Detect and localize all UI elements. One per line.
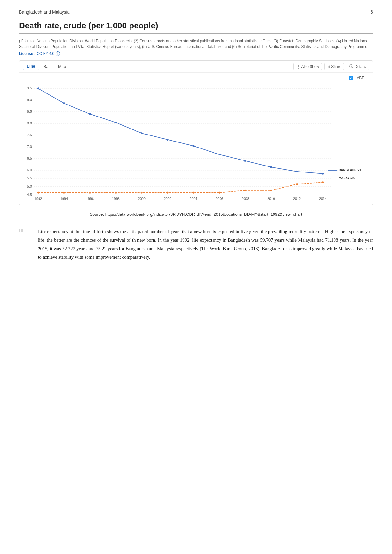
svg-point-23	[63, 102, 65, 104]
svg-point-30	[244, 160, 246, 162]
roman-numeral: III.	[19, 227, 35, 262]
svg-text:2006: 2006	[215, 197, 223, 201]
svg-text:9.5: 9.5	[27, 86, 32, 90]
svg-point-43	[270, 190, 272, 191]
label-toggle-row: LABEL	[22, 76, 370, 80]
svg-point-38	[141, 192, 143, 194]
bangladesh-line	[38, 88, 323, 174]
page-header: Bangladesh and Malaysia 6	[19, 9, 373, 15]
svg-text:2012: 2012	[293, 197, 301, 201]
label-checkbox[interactable]	[349, 76, 353, 80]
details-icon: ⓘ	[349, 64, 353, 69]
svg-text:5.0: 5.0	[27, 184, 32, 188]
svg-rect-58	[328, 170, 337, 171]
page-number: 6	[371, 9, 373, 15]
source-text: Source: https://data.worldbank.org/indic…	[19, 211, 373, 218]
page-doc-title: Bangladesh and Malaysia	[19, 9, 69, 15]
svg-point-32	[296, 171, 298, 172]
svg-point-41	[218, 192, 220, 194]
malaysia-line	[38, 182, 323, 193]
label-toggle-text: LABEL	[355, 76, 366, 80]
share-label: Share	[331, 64, 341, 69]
body-text: Life expectancy at the time of birth sho…	[38, 227, 373, 262]
svg-point-27	[167, 139, 169, 141]
svg-point-39	[167, 192, 169, 194]
tab-map[interactable]: Map	[54, 63, 70, 70]
svg-point-35	[63, 192, 65, 194]
svg-text:2002: 2002	[164, 197, 171, 201]
svg-point-36	[89, 192, 91, 194]
svg-text:8.5: 8.5	[27, 110, 32, 113]
svg-text:8.0: 8.0	[27, 121, 32, 125]
svg-text:BANGLADESH: BANGLADESH	[339, 168, 361, 172]
body-paragraph: III. Life expectancy at the time of birt…	[19, 227, 373, 262]
share-button[interactable]: ◁ Share	[324, 63, 344, 70]
footnote-text: (1) United Nations Population Division. …	[19, 38, 373, 50]
svg-point-34	[37, 192, 39, 194]
svg-point-26	[141, 132, 143, 134]
license-label: License	[19, 51, 33, 56]
section-title: Death rate, crude (per 1,000 people)	[19, 21, 373, 34]
chart-toolbar: Line Bar Map ⋮ Also Show ◁ Share ⓘ Detai…	[19, 61, 373, 73]
svg-text:2008: 2008	[241, 197, 249, 201]
svg-point-25	[115, 122, 117, 123]
svg-point-28	[193, 145, 195, 147]
svg-text:2014: 2014	[319, 197, 327, 201]
svg-point-31	[270, 166, 272, 168]
svg-point-40	[193, 192, 195, 194]
details-label: Details	[354, 64, 366, 69]
svg-text:1992: 1992	[34, 197, 42, 201]
license-separator: :	[34, 51, 35, 56]
svg-point-22	[37, 87, 39, 89]
svg-point-42	[244, 190, 246, 191]
svg-text:MALAYSIA: MALAYSIA	[339, 176, 355, 180]
svg-point-29	[218, 154, 220, 155]
svg-text:9.0: 9.0	[27, 98, 32, 102]
svg-point-24	[89, 113, 91, 115]
svg-text:7.5: 7.5	[27, 133, 32, 137]
svg-text:6.5: 6.5	[27, 156, 32, 160]
also-show-button[interactable]: ⋮ Also Show	[293, 63, 322, 70]
svg-point-45	[322, 181, 324, 183]
svg-text:1998: 1998	[112, 197, 120, 201]
share-icon: ◁	[327, 65, 330, 68]
svg-text:6.0: 6.0	[27, 168, 32, 172]
svg-point-37	[115, 192, 117, 194]
svg-text:4.5: 4.5	[27, 193, 32, 196]
chart-container: Line Bar Map ⋮ Also Show ◁ Share ⓘ Detai…	[19, 60, 373, 205]
tab-bar[interactable]: Bar	[40, 63, 54, 70]
svg-point-44	[296, 183, 298, 185]
license-value: CC BY-4.0	[37, 51, 54, 56]
svg-text:2010: 2010	[267, 197, 275, 201]
svg-text:1996: 1996	[86, 197, 94, 201]
chart-body: LABEL 9.5 9.0 8.5 8.0 7.5 7.0 6.5 6.0 5.…	[19, 73, 373, 205]
svg-text:1994: 1994	[60, 197, 68, 201]
chart-toolbar-right: ⋮ Also Show ◁ Share ⓘ Details	[293, 63, 369, 70]
svg-text:2004: 2004	[190, 197, 197, 201]
also-show-label: Also Show	[301, 64, 319, 69]
svg-point-33	[322, 173, 324, 175]
svg-text:7.0: 7.0	[27, 145, 32, 148]
svg-text:2000: 2000	[138, 197, 145, 201]
license-line: License : CC BY-4.0 i	[19, 51, 373, 56]
chart-svg: 9.5 9.0 8.5 8.0 7.5 7.0 6.5 6.0 5.5 5.0 …	[22, 81, 370, 202]
details-button[interactable]: ⓘ Details	[347, 63, 369, 70]
license-info-icon[interactable]: i	[56, 51, 60, 56]
also-show-icon: ⋮	[296, 64, 300, 69]
svg-text:5.5: 5.5	[27, 176, 32, 180]
chart-svg-area: 9.5 9.0 8.5 8.0 7.5 7.0 6.5 6.0 5.5 5.0 …	[22, 81, 370, 202]
tab-line[interactable]: Line	[23, 63, 39, 70]
